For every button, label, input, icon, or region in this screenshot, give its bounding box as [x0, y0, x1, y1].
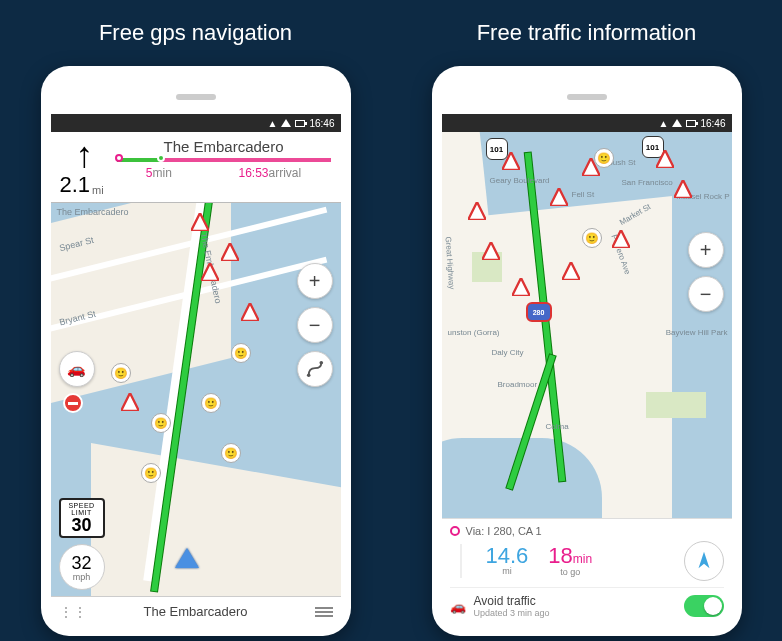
street-label: Geary Boulevard — [490, 176, 550, 185]
wifi-icon: ▲ — [268, 118, 278, 129]
statusbar-time: 16:46 — [309, 118, 334, 129]
svg-marker-0 — [191, 213, 209, 231]
svg-marker-13 — [562, 262, 580, 280]
phone-frame-right: ▲ 16:46 101 101 280 Geary Boulevard Fell… — [432, 66, 742, 636]
street-label: The Embarcadero — [57, 207, 129, 217]
user-avatar-icon[interactable]: 🙂 — [141, 463, 161, 483]
nav-header: ↑ 2.1 mi The Embarcadero — [51, 132, 341, 203]
svg-marker-14 — [512, 278, 530, 296]
recenter-button[interactable] — [684, 541, 724, 581]
user-avatar-icon[interactable]: 🙂 — [201, 393, 221, 413]
hazard-icon[interactable] — [121, 393, 139, 411]
hamburger-menu-button[interactable] — [315, 607, 333, 617]
hazard-icon[interactable] — [241, 303, 259, 321]
street-label: Fell St — [572, 190, 595, 199]
android-statusbar: ▲ 16:46 — [442, 114, 732, 132]
route-overview-button[interactable] — [297, 351, 333, 387]
eta-arrival: 16:53arrival — [238, 166, 301, 180]
svg-marker-15 — [482, 242, 500, 260]
hazard-icon[interactable] — [674, 180, 692, 198]
hazard-icon[interactable] — [512, 278, 530, 296]
city-label: San Francisco — [622, 178, 673, 187]
svg-marker-9 — [550, 188, 568, 206]
user-avatar-icon[interactable]: 🙂 — [594, 148, 614, 168]
traffic-toggle-button[interactable]: 🚗 — [59, 351, 95, 387]
svg-point-5 — [306, 374, 310, 378]
route-time: 18min to go — [548, 546, 592, 577]
traffic-map[interactable]: 101 101 280 Geary Boulevard Fell St San … — [442, 132, 732, 518]
svg-marker-2 — [221, 243, 239, 261]
highway-shield-280: 280 — [526, 302, 552, 322]
hazard-icon[interactable] — [550, 188, 568, 206]
hazard-icon[interactable] — [612, 230, 630, 248]
city-label: Daly City — [492, 348, 524, 357]
hazard-icon[interactable] — [468, 202, 486, 220]
svg-marker-3 — [121, 393, 139, 411]
more-menu-button[interactable]: ⋮⋮ — [59, 608, 77, 616]
speed-limit-sign: SPEED LIMIT 30 — [59, 498, 105, 538]
navigation-map[interactable]: The Embarcadero The Embarcadero Bryant S… — [51, 203, 341, 596]
current-speed: 32 mph — [59, 544, 105, 590]
user-avatar-icon[interactable]: 🙂 — [231, 343, 251, 363]
android-statusbar: ▲ 16:46 — [51, 114, 341, 132]
destination-name: The Embarcadero — [113, 138, 335, 155]
route-progress[interactable] — [117, 158, 331, 162]
route-distance: 14.6 mi — [486, 546, 529, 576]
svg-marker-1 — [201, 263, 219, 281]
user-avatar-icon[interactable]: 🙂 — [582, 228, 602, 248]
zoom-in-button[interactable]: + — [297, 263, 333, 299]
panel-traffic: Free traffic information ▲ 16:46 101 101… — [391, 0, 782, 641]
eta-minutes: 5min — [146, 166, 172, 180]
car-icon: 🚗 — [450, 599, 466, 614]
screen-navigation: ▲ 16:46 ↑ 2.1 mi The Embarcadero — [51, 114, 341, 626]
nav-footer: ⋮⋮ The Embarcadero — [51, 596, 341, 626]
user-avatar-icon[interactable]: 🙂 — [221, 443, 241, 463]
distance-value: 2.1 — [60, 172, 91, 198]
city-label: Colma — [546, 422, 569, 431]
screen-traffic: ▲ 16:46 101 101 280 Geary Boulevard Fell… — [442, 114, 732, 626]
zoom-out-button[interactable]: − — [688, 276, 724, 312]
hazard-icon[interactable] — [482, 242, 500, 260]
user-avatar-icon[interactable]: 🙂 — [151, 413, 171, 433]
svg-marker-16 — [468, 202, 486, 220]
avoid-traffic-label: Avoid traffic — [474, 594, 550, 608]
panel-navigation: Free gps navigation ▲ 16:46 ↑ 2.1 mi — [0, 0, 391, 641]
compass-arrow-icon — [693, 550, 715, 572]
no-entry-icon[interactable] — [63, 393, 83, 413]
hazard-icon[interactable] — [502, 152, 520, 170]
avoid-traffic-sub: Updated 3 min ago — [474, 608, 550, 618]
svg-marker-12 — [612, 230, 630, 248]
direction-arrow-icon: ↑ — [57, 138, 113, 172]
hazard-icon[interactable] — [562, 262, 580, 280]
panel-title-right: Free traffic information — [477, 20, 697, 46]
battery-icon — [686, 120, 696, 127]
avoid-traffic-toggle[interactable] — [684, 595, 724, 617]
statusbar-time: 16:46 — [700, 118, 725, 129]
via-label: Via: I 280, CA 1 — [466, 525, 542, 537]
phone-speaker — [176, 94, 216, 100]
distance-unit: mi — [92, 184, 104, 196]
hazard-icon[interactable] — [221, 243, 239, 261]
vehicle-cursor-icon — [175, 548, 199, 568]
svg-marker-10 — [656, 150, 674, 168]
hazard-icon[interactable] — [201, 263, 219, 281]
signal-icon — [672, 119, 682, 127]
via-dot-icon — [450, 526, 460, 536]
city-label: Broadmoor — [498, 380, 538, 389]
zoom-in-button[interactable]: + — [688, 232, 724, 268]
svg-marker-11 — [674, 180, 692, 198]
signal-icon — [281, 119, 291, 127]
footer-street: The Embarcadero — [77, 604, 315, 619]
panel-title-left: Free gps navigation — [99, 20, 292, 46]
street-label: Market St — [618, 202, 652, 227]
phone-frame-left: ▲ 16:46 ↑ 2.1 mi The Embarcadero — [41, 66, 351, 636]
battery-icon — [295, 120, 305, 127]
svg-marker-7 — [502, 152, 520, 170]
hazard-icon[interactable] — [191, 213, 209, 231]
street-label: Great Highway — [443, 236, 456, 289]
phone-speaker — [567, 94, 607, 100]
park-label: Bayview Hill Park — [666, 328, 728, 337]
user-avatar-icon[interactable]: 🙂 — [111, 363, 131, 383]
hazard-icon[interactable] — [656, 150, 674, 168]
zoom-out-button[interactable]: − — [297, 307, 333, 343]
